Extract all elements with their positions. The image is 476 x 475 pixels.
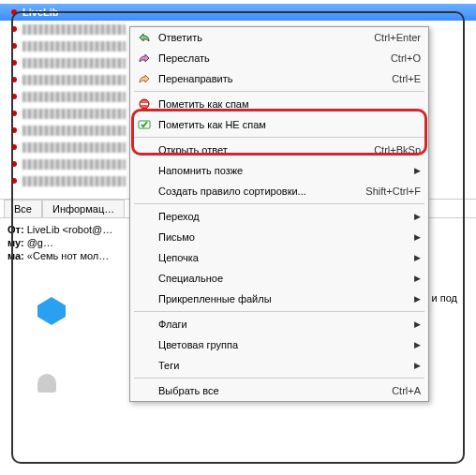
menu-redirect[interactable]: Перенаправить Ctrl+E	[130, 68, 428, 89]
menu-goto[interactable]: Переход ▶	[130, 206, 428, 227]
menu-forward[interactable]: Переслать Ctrl+O	[130, 48, 428, 68]
menu-tags[interactable]: Теги ▶	[130, 355, 428, 376]
menu-open-reply[interactable]: Открыть ответ Ctrl+BkSp	[130, 140, 428, 160]
context-menu: Ответить Ctrl+Enter Переслать Ctrl+O Пер…	[129, 26, 429, 402]
to-value: @g…	[27, 237, 53, 248]
message-row[interactable]: LiveLib	[0, 4, 476, 21]
not-spam-icon	[136, 117, 153, 132]
from-label: От:	[7, 224, 24, 235]
menu-separator	[134, 311, 424, 312]
svg-rect-1	[141, 103, 148, 105]
menu-color-group[interactable]: Цветовая группа ▶	[130, 334, 428, 355]
submenu-arrow-icon: ▶	[413, 253, 421, 262]
menu-mark-not-spam[interactable]: Пометить как НЕ спам	[130, 114, 428, 135]
message-sender: LiveLib	[22, 7, 59, 18]
menu-separator	[134, 91, 424, 92]
submenu-arrow-icon: ▶	[413, 361, 421, 370]
submenu-arrow-icon: ▶	[413, 232, 421, 242]
menu-thread[interactable]: Цепочка ▶	[130, 247, 428, 268]
redirect-icon	[136, 71, 153, 86]
submenu-arrow-icon: ▶	[413, 294, 421, 304]
menu-flags[interactable]: Флаги ▶	[130, 314, 428, 334]
preview-text: и под	[432, 292, 457, 304]
menu-reply[interactable]: Ответить Ctrl+Enter	[130, 27, 428, 48]
bell-icon	[37, 374, 56, 393]
reply-icon	[136, 30, 153, 45]
menu-sort-rule[interactable]: Создать правило сортировки... Shift+Ctrl…	[130, 181, 428, 201]
menu-separator	[134, 137, 424, 138]
from-value: LiveLib <robot@…	[27, 224, 113, 235]
menu-message[interactable]: Письмо ▶	[130, 227, 428, 247]
forward-icon	[136, 51, 153, 66]
tab-info[interactable]: Информац…	[42, 200, 125, 217]
menu-mark-spam[interactable]: Пометить как спам	[130, 94, 428, 114]
submenu-arrow-icon: ▶	[413, 212, 421, 221]
spam-icon	[136, 96, 153, 111]
menu-select-all[interactable]: Выбрать все Ctrl+A	[130, 380, 428, 401]
to-label: му:	[7, 237, 24, 248]
menu-attachments[interactable]: Прикрепленные файлы ▶	[130, 289, 428, 309]
subject-label: ма:	[7, 250, 24, 261]
submenu-arrow-icon: ▶	[413, 340, 421, 349]
submenu-arrow-icon: ▶	[413, 166, 421, 175]
menu-special[interactable]: Специальное ▶	[130, 268, 428, 289]
submenu-arrow-icon: ▶	[413, 274, 421, 283]
tab-all[interactable]: Все	[4, 200, 42, 217]
unread-dot-icon	[11, 9, 17, 15]
logo-icon	[37, 297, 66, 325]
menu-remind[interactable]: Напомнить позже ▶	[130, 160, 428, 181]
menu-separator	[134, 203, 424, 204]
menu-separator	[134, 378, 424, 379]
submenu-arrow-icon: ▶	[413, 319, 421, 329]
subject-value: «Семь нот мол…	[27, 250, 109, 261]
